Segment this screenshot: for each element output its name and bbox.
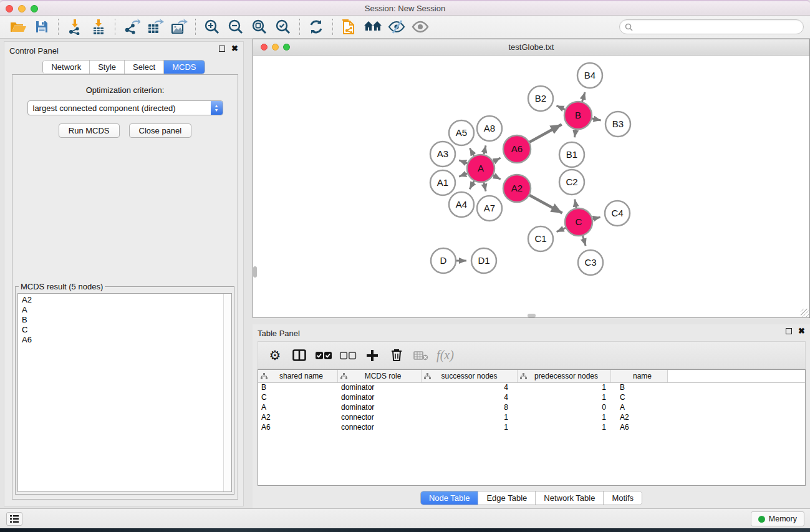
table-row[interactable]: A6connector11A6 [258,423,805,433]
graph-edge-B-B1[interactable] [574,130,576,138]
table-cell[interactable]: 1 [518,413,611,423]
graph-edge-A-A1[interactable] [459,173,467,177]
float-table-panel-icon[interactable] [786,328,792,334]
graph-node-C1[interactable]: C1 [528,226,553,251]
table-row[interactable]: Adominator80A [258,403,805,413]
window-resize-grip[interactable] [801,309,809,317]
graph-node-A7[interactable]: A7 [477,196,502,221]
result-list-item[interactable]: A6 [22,335,228,345]
graph-node-C2[interactable]: C2 [559,170,584,195]
graph-edge-A-A4[interactable] [470,181,474,189]
delete-table-button[interactable] [412,346,430,365]
table-cell[interactable]: 0 [518,403,611,413]
table-row[interactable]: Cdominator41C [258,393,805,403]
graph-node-A1[interactable]: A1 [430,170,455,195]
refresh-view-button[interactable] [304,17,328,37]
memory-button[interactable]: Memory [751,511,804,526]
tab-node-table[interactable]: Node Table [421,491,479,505]
optimization-criterion-dropdown[interactable]: largest connected component (directed) ▲… [27,100,223,115]
graph-edge-A-A7[interactable] [484,182,486,191]
graph-node-B1[interactable]: B1 [559,142,584,167]
deselect-all-rows-button[interactable] [339,346,357,365]
zoom-in-button[interactable] [200,17,224,37]
result-list-item[interactable]: B [22,315,228,325]
network-canvas[interactable]: B4B2BB3A8A5A6B1A3AC2A1A2A4A7C4CC1C3DD1 [253,56,809,317]
tab-network[interactable]: Network [43,60,90,74]
table-cell[interactable]: 1 [422,413,518,423]
network-close-button[interactable] [261,44,268,51]
graph-node-A3[interactable]: A3 [430,142,455,167]
tab-motifs[interactable]: Motifs [604,491,642,505]
result-list-item[interactable]: C [22,325,228,335]
table-cell[interactable]: A2 [258,413,338,423]
graph-edge-A-A6[interactable] [493,158,500,162]
search-input[interactable] [636,22,798,31]
export-image-button[interactable] [167,17,191,37]
tab-mcds[interactable]: MCDS [164,60,204,74]
zoom-fit-button[interactable] [248,17,271,37]
column-header-successor-nodes[interactable]: successor nodes [422,370,518,382]
graph-node-B3[interactable]: B3 [605,112,630,137]
graph-edge-A6-B[interactable] [529,124,562,142]
graph-node-A2[interactable]: A2 [503,175,531,202]
show-all-button[interactable] [408,17,432,37]
canvas-hscroll-thumb[interactable] [528,314,536,317]
network-maximize-button[interactable] [283,44,290,51]
select-all-rows-button[interactable] [314,346,333,365]
new-network-from-selection-button[interactable] [337,17,361,37]
apply-function-button[interactable]: f(x) [436,346,455,365]
network-window-titlebar[interactable]: testGlobe.txt [253,39,809,56]
graph-edge-C-C2[interactable] [575,200,576,208]
table-cell[interactable]: 1 [518,383,611,393]
table-cell[interactable]: dominator [338,393,422,403]
graph-edge-A-A3[interactable] [459,160,467,163]
graph-edge-A-A8[interactable] [484,145,486,154]
show-log-console-button[interactable] [6,512,22,526]
table-cell[interactable]: connector [338,413,422,423]
graph-edge-C-C1[interactable] [557,228,566,231]
export-table-button[interactable] [143,17,167,37]
graph-node-B[interactable]: B [564,102,592,129]
graph-edge-A2-C[interactable] [529,195,562,213]
table-cell[interactable]: 4 [422,383,518,393]
zoom-selected-button[interactable] [271,17,295,37]
result-list-item[interactable]: A [22,305,228,315]
graph-edge-B-B4[interactable] [582,92,585,102]
graph-edge-C-C3[interactable] [582,236,586,246]
graph-node-C3[interactable]: C3 [578,250,603,275]
table-cell[interactable]: A [258,403,338,413]
close-table-panel-icon[interactable]: ✖ [798,328,805,334]
graph-node-B4[interactable]: B4 [577,63,602,88]
column-header-mcds-role[interactable]: MCDS role [338,370,422,382]
result-list-scrollbar[interactable] [223,294,231,491]
table-cell[interactable]: 1 [518,393,611,403]
table-cell[interactable]: C [258,393,338,403]
table-cell[interactable]: 8 [422,403,518,413]
graph-node-A[interactable]: A [467,155,494,182]
graph-edge-A-A5[interactable] [470,148,474,156]
close-panel-button[interactable]: Close panel [129,123,192,138]
table-row[interactable]: A2connector11A2 [258,413,805,423]
show-column-button[interactable] [290,346,309,365]
table-cell[interactable]: C [611,393,668,403]
table-cell[interactable]: 1 [422,423,518,433]
close-window-button[interactable] [6,5,13,12]
table-cell[interactable]: B [258,383,338,393]
export-network-button[interactable] [120,17,143,37]
open-session-button[interactable] [6,17,30,37]
save-session-button[interactable] [30,17,54,37]
column-header-shared-name[interactable]: shared name [258,370,338,382]
tab-select[interactable]: Select [125,60,164,74]
graph-node-D[interactable]: D [431,248,456,273]
column-header-name[interactable]: name [611,370,668,382]
table-cell[interactable]: dominator [338,383,422,393]
table-cell[interactable]: 1 [518,423,611,433]
graph-node-A5[interactable]: A5 [449,120,474,145]
float-panel-icon[interactable] [219,46,225,52]
result-list-item[interactable]: A2 [22,295,228,305]
table-cell[interactable]: A [611,403,668,413]
import-table-button[interactable] [87,17,110,37]
column-header-predecessor-nodes[interactable]: predecessor nodes [518,370,611,382]
table-options-button[interactable]: ⚙ [266,346,284,365]
global-search-field[interactable] [619,19,804,34]
